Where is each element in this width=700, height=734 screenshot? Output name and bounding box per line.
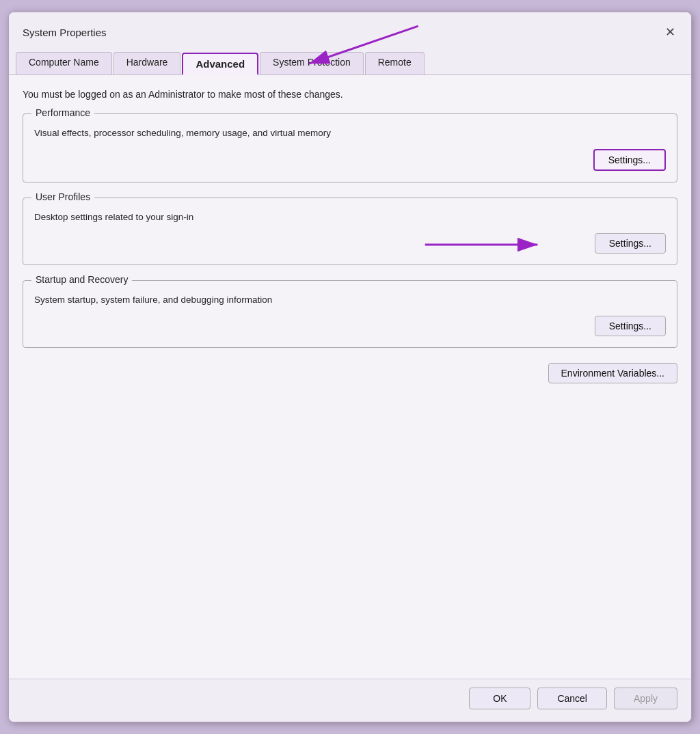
- title-bar: System Properties ✕: [9, 12, 691, 48]
- performance-button-row: Settings...: [34, 149, 666, 171]
- tab-system-protection[interactable]: System Protection: [260, 52, 364, 74]
- tabs-bar: Computer Name Hardware Advanced System P…: [9, 48, 691, 75]
- tab-advanced[interactable]: Advanced: [182, 53, 258, 75]
- user-profiles-description: Desktop settings related to your sign-in: [34, 212, 666, 222]
- user-profiles-section: User Profiles Desktop settings related t…: [23, 198, 677, 265]
- performance-description: Visual effects, processor scheduling, me…: [34, 128, 666, 138]
- startup-recovery-section: Startup and Recovery System startup, sys…: [23, 280, 677, 348]
- performance-settings-button[interactable]: Settings...: [593, 149, 666, 171]
- tab-hardware[interactable]: Hardware: [113, 52, 181, 74]
- startup-recovery-settings-button[interactable]: Settings...: [595, 316, 666, 336]
- close-button[interactable]: ✕: [660, 22, 680, 42]
- user-profiles-button-row: Settings...: [34, 233, 666, 254]
- startup-recovery-description: System startup, system failure, and debu…: [34, 295, 666, 305]
- apply-button[interactable]: Apply: [614, 688, 677, 709]
- ok-button[interactable]: OK: [469, 688, 530, 709]
- performance-section-title: Performance: [31, 107, 94, 118]
- tab-remote[interactable]: Remote: [365, 52, 425, 74]
- user-profiles-section-title: User Profiles: [31, 191, 94, 202]
- dialog-footer: OK Cancel Apply: [9, 679, 691, 722]
- content-area: You must be logged on as an Administrato…: [9, 75, 691, 679]
- environment-variables-button[interactable]: Environment Variables...: [548, 363, 677, 383]
- system-properties-dialog: System Properties ✕ Computer Name Hardwa…: [8, 12, 692, 722]
- cancel-button[interactable]: Cancel: [537, 688, 607, 709]
- startup-recovery-button-row: Settings...: [34, 316, 666, 336]
- info-text: You must be logged on as an Administrato…: [23, 87, 677, 101]
- performance-section: Performance Visual effects, processor sc…: [23, 113, 677, 182]
- dialog-title: System Properties: [23, 27, 107, 38]
- env-vars-row: Environment Variables...: [23, 363, 677, 383]
- startup-recovery-section-title: Startup and Recovery: [31, 274, 132, 285]
- user-profiles-settings-button[interactable]: Settings...: [595, 233, 666, 254]
- tab-computer-name[interactable]: Computer Name: [16, 52, 112, 74]
